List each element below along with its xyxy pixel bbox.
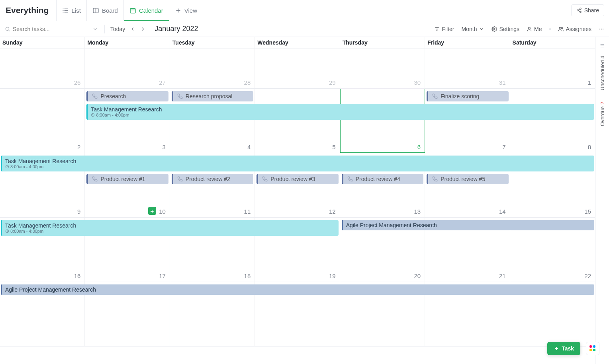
board-icon [92, 7, 99, 14]
calendar-icon [129, 7, 136, 14]
day-cell[interactable]: 31 [425, 49, 510, 88]
more-menu[interactable] [599, 26, 604, 32]
toolbar: Today January 2022 Filter Month Settings… [0, 21, 609, 37]
day-number: 29 [329, 79, 336, 86]
top-bar: Everything List Board Calendar View Shar… [0, 0, 609, 21]
event-product-review-5[interactable]: Product review #5 [427, 174, 508, 184]
search-box[interactable] [5, 25, 100, 33]
weeks: 26 27 28 29 30 31 1 2 3 4 5 6 7 [0, 49, 595, 364]
day-number: 30 [414, 79, 421, 86]
settings-button[interactable]: Settings [492, 26, 519, 32]
filter-label: Filter [442, 26, 454, 32]
day-number: 7 [502, 144, 505, 150]
event-time: 8:00am - 4:00pm [5, 229, 43, 234]
event-color-bar [172, 174, 173, 184]
event-task-mgmt-research[interactable]: Task Management Research 8:00am - 4:00pm [1, 220, 339, 236]
event-label: Task Management Research [5, 222, 76, 229]
today-button[interactable]: Today [109, 26, 127, 32]
tab-list[interactable]: List [56, 0, 86, 21]
divider [599, 96, 605, 96]
fab-label: Task [562, 345, 574, 352]
day-of-week-header: Sunday Monday Tuesday Wednesday Thursday… [0, 37, 595, 49]
event-label: Product review #1 [100, 176, 145, 182]
event-presearch[interactable]: Presearch [86, 91, 168, 101]
clock-icon [5, 165, 9, 169]
day-cell[interactable]: 26 [0, 49, 85, 88]
event-task-mgmt-research[interactable]: Task Management Research 8:00am - 4:00pm [1, 156, 594, 171]
granularity-dropdown[interactable]: Month [462, 26, 485, 32]
gear-icon [492, 26, 497, 32]
day-number: 11 [244, 208, 251, 215]
event-color-bar [427, 174, 428, 184]
day-number: 22 [584, 273, 591, 279]
tab-calendar[interactable]: Calendar [123, 0, 169, 21]
week-row: 26 27 28 29 30 31 1 [0, 49, 595, 89]
event-agile-research[interactable]: Agile Project Management Research [342, 220, 594, 230]
tab-board[interactable]: Board [86, 0, 123, 21]
view-tabs: List Board Calendar View [56, 0, 204, 21]
event-label: Finalize scoring [441, 93, 479, 99]
me-button[interactable]: Me [527, 26, 542, 32]
day-number: 17 [159, 273, 166, 279]
assignees-button[interactable]: Assignees [558, 26, 591, 32]
search-chevron-icon[interactable] [90, 25, 100, 33]
day-cell[interactable]: 1 [510, 49, 595, 88]
prev-month-button[interactable] [128, 25, 137, 33]
event-time: 8:00am - 4:00pm [5, 164, 43, 169]
day-number: 15 [584, 208, 591, 215]
event-task-mgmt-research[interactable]: Task Management Research 8:00am - 4:00pm [86, 104, 594, 120]
day-number: 28 [244, 79, 251, 86]
search-input[interactable] [13, 26, 88, 32]
event-time: 8:00am - 4:00pm [91, 113, 129, 117]
plus-icon [175, 7, 182, 14]
tab-add-view-label: View [184, 7, 197, 14]
svg-point-27 [562, 27, 563, 29]
next-month-button[interactable] [139, 25, 147, 33]
event-product-review-3[interactable]: Product review #3 [257, 174, 338, 184]
event-product-review-4[interactable]: Product review #4 [342, 174, 423, 184]
day-number: 6 [417, 144, 421, 150]
day-cell[interactable]: 30 [340, 49, 425, 88]
day-cell[interactable]: 28 [170, 49, 255, 88]
svg-point-19 [6, 27, 9, 30]
event-research-proposal[interactable]: Research proposal [172, 91, 253, 101]
add-task-button[interactable]: + [148, 207, 156, 215]
svg-point-5 [63, 12, 63, 12]
event-finalize-scoring[interactable]: Finalize scoring [427, 91, 508, 101]
list-icon [62, 7, 69, 14]
tab-add-view[interactable]: View [169, 0, 203, 21]
unscheduled-panel-toggle[interactable]: Unscheduled 4 [599, 56, 605, 90]
svg-point-3 [63, 8, 63, 9]
tab-calendar-label: Calendar [139, 7, 163, 14]
phone-icon [92, 93, 98, 99]
share-label: Share [584, 7, 599, 14]
event-color-bar [427, 91, 428, 101]
day-cell[interactable]: 27 [85, 49, 170, 88]
share-button[interactable]: Share [571, 4, 604, 16]
queue-icon[interactable]: ≡ [600, 42, 605, 50]
event-label: Task Management Research [91, 106, 162, 113]
day-number: 8 [588, 144, 591, 150]
apps-button[interactable] [586, 342, 599, 355]
day-cell[interactable]: 29 [255, 49, 340, 88]
new-task-fab[interactable]: Task [547, 342, 580, 355]
page-title: Everything [5, 6, 49, 15]
day-number: 5 [332, 144, 335, 150]
dow-cell: Wednesday [255, 37, 340, 49]
filter-button[interactable]: Filter [434, 26, 454, 32]
day-number: 14 [499, 208, 506, 215]
overdue-panel-toggle[interactable]: Overdue 2 [599, 102, 605, 126]
event-label: Research proposal [186, 93, 233, 99]
more-icon [599, 26, 604, 32]
svg-line-20 [9, 30, 10, 31]
week-row: 16 17 18 19 20 21 22 Task Management Res… [0, 218, 595, 282]
current-month-label: January 2022 [155, 25, 198, 33]
week-row: 2 3 4 5 6 7 8 Presearch [0, 89, 595, 153]
event-color-bar [257, 174, 258, 184]
event-product-review-2[interactable]: Product review #2 [172, 174, 253, 184]
event-agile-research[interactable]: Agile Project Management Research [1, 284, 594, 295]
phone-icon [347, 176, 353, 182]
svg-point-24 [494, 28, 495, 30]
event-product-review-1[interactable]: Product review #1 [86, 174, 168, 184]
clock-icon [5, 229, 9, 233]
